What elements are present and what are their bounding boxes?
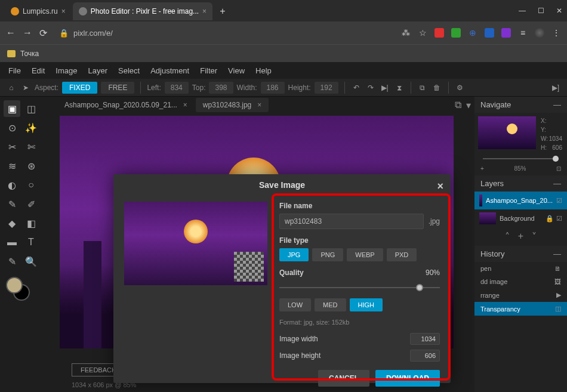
extension-icon[interactable]: ⊕ — [468, 28, 477, 38]
filename-input[interactable] — [279, 214, 424, 229]
add-layer-icon[interactable]: + — [518, 231, 523, 242]
quality-slider[interactable] — [279, 283, 440, 292]
filetype-pxd-button[interactable]: PXD — [387, 248, 417, 261]
menu-adjustment[interactable]: Adjustment — [150, 66, 189, 75]
menu-filter[interactable]: Filter — [200, 66, 217, 75]
extension-icon[interactable] — [451, 28, 461, 38]
left-value[interactable]: 834 — [165, 82, 189, 94]
checkbox-icon[interactable]: ☑ — [556, 197, 562, 205]
extension-icon[interactable] — [501, 28, 511, 38]
history-item[interactable]: Transparancy◫ — [474, 302, 567, 316]
filetype-jpg-button[interactable]: JPG — [279, 248, 309, 261]
back-button[interactable]: ← — [6, 27, 16, 38]
layer-item[interactable]: Ashampoo_Snap_20... ☑ — [474, 192, 567, 209]
zoom-tool-icon[interactable]: 🔍 — [23, 253, 39, 270]
copy-icon[interactable]: ⧉ — [417, 82, 428, 93]
url-input[interactable]: 🔒 pixlr.com/e/ — [54, 26, 394, 40]
top-value[interactable]: 398 — [209, 82, 233, 94]
chevron-down-icon[interactable]: ˅ — [532, 231, 537, 242]
image-width-input[interactable] — [410, 333, 440, 345]
lasso-tool-icon[interactable]: ⊙ — [4, 119, 20, 136]
height-value[interactable]: 192 — [315, 82, 338, 94]
cancel-button[interactable]: CANCEL — [318, 370, 369, 387]
doc-tab-wp[interactable]: wp3102483.jpg × — [196, 98, 269, 112]
crop-tool-icon[interactable]: ✂ — [4, 138, 20, 155]
aspect-fixed-button[interactable]: FIXED — [62, 82, 97, 94]
extension-icon[interactable] — [435, 28, 444, 38]
fg-color-swatch[interactable] — [6, 277, 23, 294]
collapse-icon[interactable]: — — [553, 179, 561, 188]
menu-image[interactable]: Image — [56, 66, 77, 75]
close-icon[interactable]: × — [437, 180, 443, 193]
browser-tab-lumpics[interactable]: Lumpics.ru × — [5, 2, 72, 20]
text-tool-icon[interactable]: T — [23, 234, 39, 251]
zoom-slider[interactable] — [483, 155, 559, 163]
close-icon[interactable]: × — [61, 7, 66, 16]
chevron-down-icon[interactable]: ▾ — [466, 100, 471, 111]
home-icon[interactable]: ⌂ — [6, 82, 17, 93]
quality-low-button[interactable]: LOW — [279, 298, 311, 311]
redo-icon[interactable]: ↷ — [365, 82, 376, 93]
translate-icon[interactable]: ⁂ — [401, 28, 411, 38]
bookmark-item[interactable]: Точка — [20, 50, 39, 58]
eraser-tool-icon[interactable]: ✐ — [23, 196, 39, 212]
close-button[interactable]: ✕ — [556, 7, 562, 15]
profile-avatar[interactable] — [535, 28, 544, 38]
checkbox-icon[interactable]: ☑ — [556, 215, 562, 223]
menu-help[interactable]: Help — [255, 66, 272, 75]
reading-list-icon[interactable]: ≡ — [518, 28, 528, 38]
menu-file[interactable]: File — [8, 66, 21, 75]
forward-button[interactable]: → — [23, 27, 32, 38]
quality-high-button[interactable]: HIGH — [350, 298, 383, 311]
color-swatches[interactable] — [6, 277, 30, 301]
maximize-button[interactable]: ☐ — [538, 7, 544, 15]
menu-icon[interactable]: ⋮ — [551, 28, 561, 38]
download-button[interactable]: DOWNLOAD — [375, 370, 440, 387]
width-value[interactable]: 186 — [261, 82, 285, 94]
blur-tool-icon[interactable]: ○ — [23, 177, 39, 193]
fill-tool-icon[interactable]: ◆ — [4, 215, 20, 232]
layer-item[interactable]: Background 🔒☑ — [474, 209, 567, 227]
close-icon[interactable]: × — [202, 7, 207, 16]
cut-tool-icon[interactable]: ✄ — [23, 138, 39, 155]
marquee-tool-icon[interactable]: ◫ — [23, 100, 39, 117]
trash-icon[interactable]: 🗑 — [432, 82, 442, 93]
extension-icon[interactable] — [485, 28, 494, 38]
settings-icon[interactable]: ⚙ — [455, 82, 466, 93]
filetype-png-button[interactable]: PNG — [312, 248, 343, 261]
undo-icon[interactable]: ↶ — [351, 82, 362, 93]
menu-select[interactable]: Select — [118, 66, 140, 75]
menu-layer[interactable]: Layer — [88, 66, 108, 75]
history-item[interactable]: pen🗎 — [474, 262, 567, 275]
plus-icon[interactable]: + — [480, 165, 484, 172]
history-icon[interactable]: ⧗ — [394, 82, 405, 93]
reload-button[interactable]: ⟳ — [39, 27, 47, 39]
menu-edit[interactable]: Edit — [32, 66, 45, 75]
collapse-icon[interactable]: — — [553, 100, 561, 109]
skip-icon[interactable]: ▶| — [380, 82, 390, 93]
doc-tab-ashampoo[interactable]: Ashampoo_Snap_2020.05.09_21... × — [57, 98, 195, 112]
aspect-free-button[interactable]: FREE — [101, 82, 134, 94]
minimize-button[interactable]: — — [519, 7, 526, 15]
star-icon[interactable]: ☆ — [418, 28, 427, 38]
brush-tool-icon[interactable]: ✎ — [4, 196, 20, 212]
filetype-webp-button[interactable]: WEBP — [347, 248, 383, 261]
gradient-tool-icon[interactable]: ◧ — [23, 215, 39, 232]
nav-thumbnail[interactable] — [478, 116, 536, 149]
lock-icon[interactable]: 🔒 — [546, 215, 554, 223]
chevron-up-icon[interactable]: ˄ — [505, 231, 510, 242]
collapse-icon[interactable]: — — [553, 249, 561, 258]
new-tab-button[interactable]: + — [214, 2, 231, 20]
menu-view[interactable]: View — [228, 66, 245, 75]
move-tool-icon[interactable]: ▣ — [4, 100, 20, 117]
image-height-input[interactable] — [410, 350, 440, 362]
wand-tool-icon[interactable]: ✨ — [23, 119, 39, 136]
clone-tool-icon[interactable]: ⊛ — [23, 158, 39, 174]
panel-toggle-icon[interactable]: ▶] — [550, 82, 561, 93]
history-item[interactable]: rrange▶ — [474, 288, 567, 302]
windows-icon[interactable]: ⧉ — [455, 100, 461, 111]
close-icon[interactable]: × — [257, 101, 261, 109]
history-item[interactable]: dd image🖼 — [474, 275, 567, 288]
close-icon[interactable]: × — [183, 101, 187, 109]
shape-tool-icon[interactable]: ▬ — [4, 234, 20, 251]
